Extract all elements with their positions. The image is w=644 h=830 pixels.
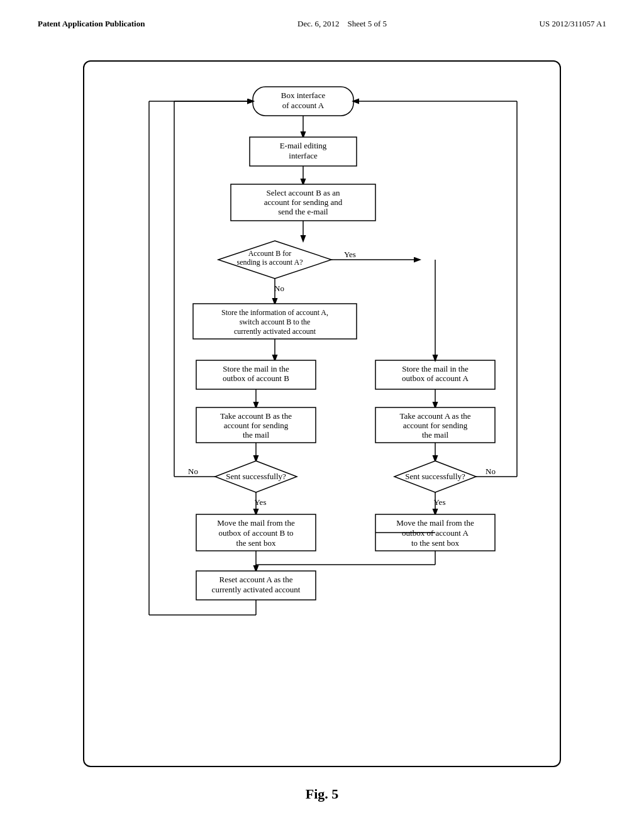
svg-text:No: No xyxy=(188,467,198,476)
svg-text:send the e-mail: send the e-mail xyxy=(278,207,328,216)
svg-text:No: No xyxy=(486,467,496,476)
header-date: Dec. 6, 2012 xyxy=(297,19,339,28)
flowchart: Box interface of account A E-mail editin… xyxy=(99,80,545,747)
svg-text:the sent box: the sent box xyxy=(236,538,276,548)
svg-text:Move the mail from the: Move the mail from the xyxy=(217,518,295,528)
svg-text:of account A: of account A xyxy=(282,101,325,110)
svg-text:interface: interface xyxy=(289,151,318,160)
svg-text:account for sending: account for sending xyxy=(403,421,468,430)
header-sheet: Sheet 5 of 5 xyxy=(348,19,387,28)
svg-text:Sent successfully?: Sent successfully? xyxy=(405,472,465,481)
svg-text:Move the mail from the: Move the mail from the xyxy=(396,518,474,528)
svg-text:to the sent box: to the sent box xyxy=(411,538,460,548)
svg-text:Take account A as the: Take account A as the xyxy=(399,411,470,421)
svg-text:E-mail editing: E-mail editing xyxy=(280,141,327,150)
svg-text:account for sending and: account for sending and xyxy=(264,197,343,207)
svg-text:No: No xyxy=(274,284,284,293)
header-right: US 2012/311057 A1 xyxy=(540,19,606,29)
svg-text:Take account B as the: Take account B as the xyxy=(220,411,292,421)
svg-text:currently activated account: currently activated account xyxy=(212,585,301,594)
svg-text:account for sending: account for sending xyxy=(224,421,289,430)
svg-text:outbox of account A: outbox of account A xyxy=(402,374,469,383)
figure-label: Fig. 5 xyxy=(25,786,619,802)
svg-text:Box interface: Box interface xyxy=(281,91,326,100)
svg-text:the mail: the mail xyxy=(243,430,270,440)
svg-text:Account B for: Account B for xyxy=(248,249,292,258)
svg-text:outbox of account B: outbox of account B xyxy=(223,374,289,383)
svg-text:switch account B to the: switch account B to the xyxy=(240,318,311,326)
svg-text:Store the mail in the: Store the mail in the xyxy=(402,364,469,374)
header-left: Patent Application Publication xyxy=(38,19,145,29)
svg-text:Store the information of accou: Store the information of account A, xyxy=(221,308,328,317)
page-header: Patent Application Publication Dec. 6, 2… xyxy=(25,13,619,42)
svg-text:outbox of account B to: outbox of account B to xyxy=(218,528,293,538)
svg-text:Store the mail in the: Store the mail in the xyxy=(223,364,289,374)
svg-text:Sent successfully?: Sent successfully? xyxy=(226,472,286,481)
svg-text:currently activated account: currently activated account xyxy=(234,327,316,336)
svg-text:sending is account A?: sending is account A? xyxy=(237,258,303,267)
header-center: Dec. 6, 2012 Sheet 5 of 5 xyxy=(297,19,387,29)
diagram-container: Box interface of account A E-mail editin… xyxy=(83,60,561,767)
svg-text:the mail: the mail xyxy=(422,430,449,440)
svg-text:Select account B as an: Select account B as an xyxy=(267,188,340,197)
page: Patent Application Publication Dec. 6, 2… xyxy=(0,0,644,830)
svg-text:Reset account A as the: Reset account A as the xyxy=(219,575,293,584)
svg-text:Yes: Yes xyxy=(344,250,356,259)
